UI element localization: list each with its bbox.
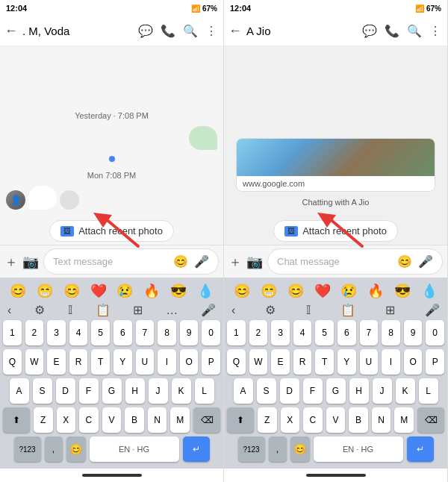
left-back-button[interactable]: ←	[4, 23, 18, 39]
right-key-n[interactable]: N	[372, 407, 391, 433]
right-key-h[interactable]: H	[349, 378, 369, 404]
left-emoji-icon[interactable]: 😊	[173, 254, 188, 269]
left-key-z[interactable]: Z	[34, 407, 53, 433]
left-key-k[interactable]: K	[172, 378, 191, 404]
left-key-p[interactable]: P	[202, 349, 220, 375]
left-emoji-4[interactable]: ❤️	[90, 283, 107, 299]
left-key-b[interactable]: B	[125, 407, 144, 433]
left-emoji-3[interactable]: 😊	[63, 283, 80, 299]
left-key-i[interactable]: I	[158, 349, 176, 375]
right-phone-icon[interactable]: 📞	[383, 22, 401, 40]
right-key-7[interactable]: 7	[360, 320, 379, 345]
left-key-e[interactable]: E	[47, 349, 66, 375]
right-key-comma[interactable]: ,	[269, 436, 287, 462]
right-back-button[interactable]: ←	[228, 23, 242, 39]
right-key-d[interactable]: D	[280, 378, 299, 404]
left-attach-photo-button[interactable]: Attach recent photo	[49, 220, 174, 242]
left-key-emoji[interactable]: 😊	[66, 436, 86, 462]
right-emoji-1[interactable]: 😊	[234, 283, 250, 299]
left-key-j[interactable]: J	[149, 378, 168, 404]
right-key-e[interactable]: E	[271, 349, 290, 375]
right-key-k[interactable]: K	[396, 378, 415, 404]
left-key-d[interactable]: D	[56, 378, 75, 404]
left-key-a[interactable]: A	[10, 378, 29, 404]
left-key-backspace[interactable]: ⌫	[193, 407, 220, 433]
left-key-f[interactable]: F	[79, 378, 99, 404]
right-attach-photo-button[interactable]: Attach recent photo	[273, 220, 398, 242]
right-emoji-6[interactable]: 🔥	[367, 283, 384, 299]
right-key-5[interactable]: 5	[315, 320, 334, 345]
right-key-3[interactable]: 3	[271, 320, 290, 345]
left-search-icon[interactable]: 🔍	[181, 22, 199, 40]
right-key-a[interactable]: A	[234, 378, 253, 404]
right-tool-clipboard[interactable]: 📋	[340, 303, 355, 317]
right-key-backspace[interactable]: ⌫	[417, 407, 444, 433]
left-key-n[interactable]: N	[148, 407, 167, 433]
right-search-icon[interactable]: 🔍	[405, 22, 423, 40]
left-tool-clipboard[interactable]: 📋	[96, 303, 111, 317]
right-key-g[interactable]: G	[326, 378, 346, 404]
right-emoji-icon[interactable]: 😊	[397, 254, 412, 269]
left-key-x[interactable]: X	[57, 407, 76, 433]
right-emoji-5[interactable]: 😢	[340, 283, 357, 299]
left-emoji-5[interactable]: 😢	[116, 283, 133, 299]
left-key-l[interactable]: L	[195, 378, 214, 404]
left-key-w[interactable]: W	[25, 349, 44, 375]
right-key-enter[interactable]: ↵	[407, 436, 434, 462]
right-key-c[interactable]: C	[303, 407, 323, 433]
right-key-b[interactable]: B	[349, 407, 368, 433]
left-key-shift[interactable]: ⬆	[3, 407, 30, 433]
left-key-t[interactable]: T	[91, 349, 110, 375]
left-plus-icon[interactable]: ＋	[4, 253, 18, 271]
left-key-nums[interactable]: ?123	[14, 436, 41, 462]
right-key-l[interactable]: L	[419, 378, 438, 404]
left-key-h[interactable]: H	[125, 378, 145, 404]
left-chat-icon[interactable]: 💬	[137, 22, 155, 40]
right-key-j[interactable]: J	[373, 378, 392, 404]
left-input-field[interactable]: Text message 😊 🎤	[43, 248, 219, 275]
right-key-w[interactable]: W	[249, 349, 268, 375]
left-key-2[interactable]: 2	[25, 320, 44, 345]
right-key-4[interactable]: 4	[293, 320, 312, 345]
left-key-7[interactable]: 7	[136, 320, 155, 345]
left-camera-icon[interactable]: 📷	[22, 254, 39, 270]
left-key-y[interactable]: Y	[113, 349, 132, 375]
right-plus-icon[interactable]: ＋	[228, 253, 242, 271]
left-tool-mic[interactable]: 🎤	[201, 303, 216, 317]
right-key-v[interactable]: V	[326, 407, 346, 433]
right-key-8[interactable]: 8	[382, 320, 400, 345]
left-key-9[interactable]: 9	[180, 320, 199, 345]
right-emoji-7[interactable]: 😎	[394, 283, 411, 299]
left-key-g[interactable]: G	[102, 378, 122, 404]
left-tool-settings[interactable]: ⚙	[34, 303, 45, 317]
left-phone-icon[interactable]: 📞	[159, 22, 177, 40]
right-key-nums[interactable]: ?123	[238, 436, 265, 462]
right-more-icon[interactable]: ⋮	[428, 22, 443, 40]
right-key-m[interactable]: M	[394, 407, 414, 433]
right-key-r[interactable]: R	[293, 349, 312, 375]
right-emoji-3[interactable]: 😊	[287, 283, 304, 299]
right-key-6[interactable]: 6	[337, 320, 356, 345]
right-mic-icon[interactable]: 🎤	[418, 254, 433, 269]
right-key-shift[interactable]: ⬆	[227, 407, 254, 433]
right-key-space[interactable]: EN · HG	[314, 436, 403, 462]
left-more-icon[interactable]: ⋮	[204, 22, 219, 40]
right-tool-extra[interactable]: ⊞	[385, 303, 395, 317]
left-emoji-8[interactable]: 💧	[197, 283, 214, 299]
left-key-1[interactable]: 1	[3, 320, 22, 345]
right-emoji-4[interactable]: ❤️	[314, 283, 331, 299]
left-tool-cursor[interactable]: 𝕀	[68, 303, 72, 317]
left-key-u[interactable]: U	[136, 349, 155, 375]
left-tool-extra[interactable]: ⊞	[133, 303, 143, 317]
left-key-enter[interactable]: ↵	[183, 436, 210, 462]
right-key-y[interactable]: Y	[337, 349, 356, 375]
left-key-0[interactable]: 0	[202, 320, 220, 345]
left-key-r[interactable]: R	[69, 349, 88, 375]
left-key-m[interactable]: M	[170, 407, 190, 433]
right-tool-settings[interactable]: ⚙	[265, 303, 276, 317]
right-key-2[interactable]: 2	[249, 320, 268, 345]
right-key-x[interactable]: X	[281, 407, 300, 433]
right-camera-icon[interactable]: 📷	[246, 254, 263, 270]
left-key-c[interactable]: C	[79, 407, 99, 433]
left-key-s[interactable]: S	[33, 378, 52, 404]
